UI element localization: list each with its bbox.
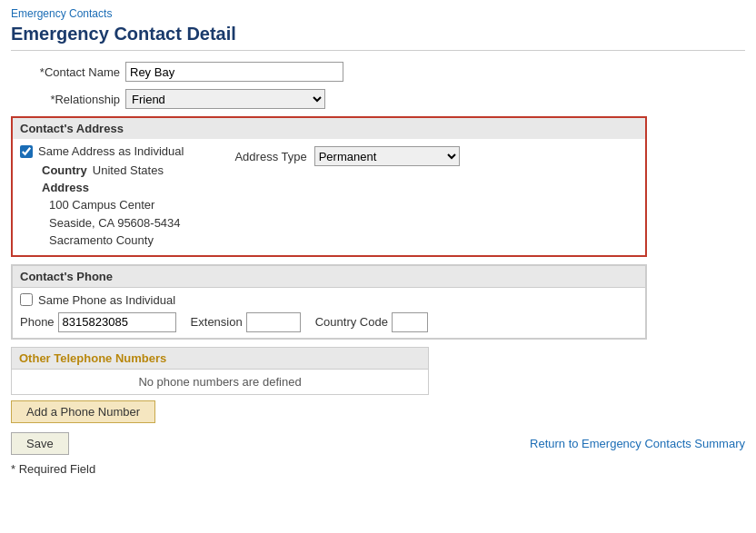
no-phone-message: No phone numbers are defined xyxy=(138,375,301,389)
contact-name-row: *Contact Name xyxy=(11,62,745,82)
same-phone-label[interactable]: Same Phone as Individual xyxy=(38,293,175,307)
same-address-checkbox[interactable] xyxy=(20,145,33,158)
phone-label: Phone xyxy=(20,315,55,329)
country-row: Country United States xyxy=(42,163,184,177)
relationship-row: *Relationship Friend Spouse Parent Sibli… xyxy=(11,89,745,109)
relationship-select[interactable]: Friend Spouse Parent Sibling Child Other xyxy=(125,89,325,109)
bottom-actions-row: Save Return to Emergency Contacts Summar… xyxy=(11,432,745,455)
phone-fields-row: Phone Extension Country Code xyxy=(20,312,638,332)
same-address-row: Same Address as Individual xyxy=(20,144,184,158)
relationship-label: *Relationship xyxy=(11,93,120,106)
address-type-label: Address Type xyxy=(234,150,306,163)
country-code-group: Country Code xyxy=(315,312,428,332)
contact-name-input[interactable] xyxy=(125,62,343,82)
extension-input[interactable] xyxy=(246,312,301,332)
country-label: Country xyxy=(42,163,87,177)
other-phone-header: Other Telephone Numbers xyxy=(11,347,429,369)
contacts-address-section: Contact's Address Same Address as Indivi… xyxy=(11,116,647,257)
contacts-phone-header: Contact's Phone xyxy=(12,265,646,288)
add-phone-button[interactable]: Add a Phone Number xyxy=(11,400,155,423)
phone-group: Phone xyxy=(20,312,176,332)
required-field-note: * Required Field xyxy=(11,462,745,476)
same-phone-checkbox[interactable] xyxy=(20,293,33,306)
same-phone-row: Same Phone as Individual xyxy=(20,293,638,307)
contacts-address-header: Contact's Address xyxy=(13,118,645,139)
return-link[interactable]: Return to Emergency Contacts Summary xyxy=(530,437,745,450)
phone-body: Same Phone as Individual Phone Extension… xyxy=(12,288,646,339)
breadcrumb[interactable]: Emergency Contacts xyxy=(11,7,745,20)
contacts-phone-section: Contact's Phone Same Phone as Individual… xyxy=(11,264,647,340)
address-label: Address xyxy=(42,181,184,194)
address-block: Address 100 Campus Center Seaside, CA 95… xyxy=(42,181,184,250)
save-button[interactable]: Save xyxy=(11,432,69,455)
page-title: Emergency Contact Detail xyxy=(11,24,745,51)
contact-name-label: *Contact Name xyxy=(11,65,120,79)
extension-label: Extension xyxy=(191,315,243,329)
country-code-label: Country Code xyxy=(315,315,388,329)
country-value: United States xyxy=(93,163,164,177)
other-phone-section: Other Telephone Numbers No phone numbers… xyxy=(11,347,745,423)
address-type-select[interactable]: Permanent Temporary Other xyxy=(314,146,460,166)
address-type-row: Address Type Permanent Temporary Other xyxy=(234,146,459,166)
other-phone-body: No phone numbers are defined xyxy=(11,369,429,395)
country-code-input[interactable] xyxy=(392,312,428,332)
phone-input[interactable] xyxy=(58,312,176,332)
address-text: 100 Campus Center Seaside, CA 95608-5434… xyxy=(49,196,184,250)
extension-group: Extension xyxy=(191,312,301,332)
same-address-label[interactable]: Same Address as Individual xyxy=(38,144,184,158)
